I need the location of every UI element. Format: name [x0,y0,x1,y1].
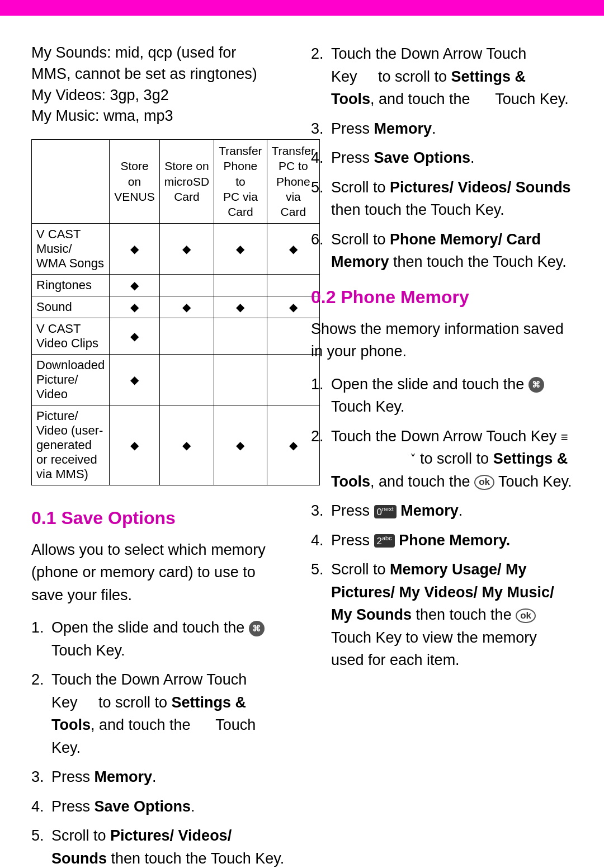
step-number: 2. [31,668,44,691]
diamond-icon: ◆ [130,330,139,342]
left-column: My Sounds: mid, qcp (used for MMS, canno… [31,43,305,868]
ok-icon: ok [474,475,494,489]
step-number: 4. [311,147,324,169]
list-item: 5. Scroll to Memory Usage/ My Pictures/ … [311,558,573,672]
table-row: DownloadedPicture/Video ◆ [32,354,320,405]
storage-table: Store onVENUS Store onmicroSDCard Transf… [31,139,320,485]
diamond-icon: ◆ [130,439,139,451]
step-number: 5. [31,824,44,847]
two-abc-icon: 2abc [374,534,395,548]
right-col-steps-intro: 2. Touch the Down Arrow Touch Key to scr… [311,43,573,273]
diamond-icon: ◆ [182,301,191,313]
intro-line4: My Music: wma, mp3 [31,107,173,124]
section-01-body: Allows you to select which memory (phone… [31,539,285,607]
table-row: Picture/Video (user-generatedor received… [32,405,320,485]
intro-line3: My Videos: 3gp, 3g2 [31,87,169,103]
diamond-icon: ◆ [289,301,298,313]
intro-line1: My Sounds: mid, qcp (used for [31,44,236,61]
row-col2: ◆ [159,405,214,485]
menu-icon: ⌘ [249,621,265,636]
row-label: Ringtones [32,274,110,296]
diamond-icon: ◆ [236,301,244,313]
list-item: 1. Open the slide and touch the ⌘ Touch … [31,616,285,662]
row-label: DownloadedPicture/Video [32,354,110,405]
intro-text: My Sounds: mid, qcp (used for MMS, canno… [31,43,285,127]
row-col3 [214,354,267,405]
top-bar [0,0,604,16]
step-number: 1. [31,616,44,639]
row-col1: ◆ [110,354,159,405]
list-item: 3. Press 0next Memory. [311,499,573,522]
step-number: 1. [311,373,324,396]
step-number: 3. [31,766,44,789]
intro-line2: MMS, cannot be set as ringtones) [31,65,257,82]
row-col3 [214,318,267,354]
right-column: 2. Touch the Down Arrow Touch Key to scr… [305,43,573,868]
row-label: Picture/Video (user-generatedor received… [32,405,110,485]
table-row: V CASTMusic/WMA Songs ◆ ◆ ◆ ◆ [32,223,320,274]
row-col3 [214,274,267,296]
table-header-col1: Store onVENUS [110,140,159,223]
list-item: 4. Press 2abc Phone Memory. [311,529,573,552]
section-02-body: Shows the memory information saved in yo… [311,318,573,363]
row-label: V CASTMusic/WMA Songs [32,223,110,274]
list-item: 4. Press Save Options. [31,795,285,818]
zero-next-icon: 0next [374,505,397,518]
diamond-icon: ◆ [182,243,191,255]
row-label: Sound [32,296,110,318]
table-header-col2: Store onmicroSDCard [159,140,214,223]
diamond-icon: ◆ [130,243,139,255]
table-row: Sound ◆ ◆ ◆ ◆ [32,296,320,318]
diamond-icon: ◆ [236,243,244,255]
step-number: 3. [311,499,324,522]
step-number: 5. [311,176,324,199]
row-col2: ◆ [159,296,214,318]
table-row: V CASTVideo Clips ◆ [32,318,320,354]
list-item: 2. Touch the Down Arrow Touch Key ≡ ˅ to… [311,425,573,493]
row-col2 [159,354,214,405]
row-col1: ◆ [110,405,159,485]
row-col1: ◆ [110,274,159,296]
row-col3: ◆ [214,296,267,318]
row-col2 [159,274,214,296]
list-item: 2. Touch the Down Arrow Touch Key to scr… [31,668,285,759]
row-col2: ◆ [159,223,214,274]
diamond-icon: ◆ [130,374,139,386]
row-col1: ◆ [110,296,159,318]
list-item: 5. Scroll to Pictures/ Videos/ Sounds th… [311,176,573,221]
table-row: Ringtones ◆ [32,274,320,296]
section-01-title: 0.1 Save Options [31,508,285,529]
menu-icon: ⌘ [528,377,544,393]
list-item: 3. Press Memory. [31,766,285,789]
row-col3: ◆ [214,223,267,274]
table-header-col3: TransferPhone toPC viaCard [214,140,267,223]
step-number: 4. [311,529,324,552]
diamond-icon: ◆ [236,439,244,451]
table-header-row-label [32,140,110,223]
list-item: 4. Press Save Options. [311,147,573,169]
section-02-steps: 1. Open the slide and touch the ⌘ Touch … [311,373,573,672]
list-item: 1. Open the slide and touch the ⌘ Touch … [311,373,573,418]
step-number: 4. [31,795,44,818]
step-number: 3. [311,117,324,140]
step-number: 6. [311,228,324,251]
row-col2 [159,318,214,354]
step-number: 2. [311,43,324,65]
list-item: 3. Press Memory. [311,117,573,140]
step-number: 2. [311,425,324,448]
row-label: V CASTVideo Clips [32,318,110,354]
diamond-icon: ◆ [289,243,298,255]
diamond-icon: ◆ [289,439,298,451]
section-01: 0.1 Save Options Allows you to select wh… [31,508,285,868]
diamond-icon: ◆ [182,439,191,451]
section-01-steps: 1. Open the slide and touch the ⌘ Touch … [31,616,285,868]
row-col1: ◆ [110,223,159,274]
diamond-icon: ◆ [130,301,139,313]
list-item: 6. Scroll to Phone Memory/ Card Memory t… [311,228,573,273]
list-item: 2. Touch the Down Arrow Touch Key to scr… [311,43,573,111]
step-number: 5. [311,558,324,581]
list-item: 5. Scroll to Pictures/ Videos/ Sounds th… [31,824,285,868]
section-02-title: 0.2 Phone Memory [311,287,573,308]
section-02: 0.2 Phone Memory Shows the memory inform… [311,287,573,672]
ok-icon: ok [516,608,536,623]
